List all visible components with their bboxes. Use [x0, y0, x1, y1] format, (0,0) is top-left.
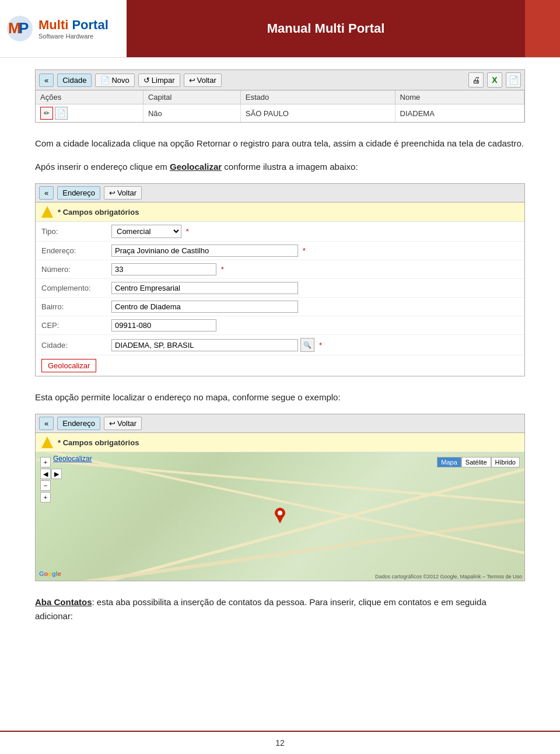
paragraph3: Esta opção permite localizar o endereço … [35, 390, 525, 404]
voltar-btn-label: Voltar [197, 76, 216, 85]
col-nome: Nome [395, 90, 524, 104]
excel-icon: X [492, 75, 497, 85]
cell-estado: SÃO PAULO [240, 104, 395, 123]
back-double-icon3: « [44, 419, 48, 428]
map-type-mapa[interactable]: Mapa [437, 457, 461, 467]
paragraph4-link: Aba Contatos [35, 597, 92, 607]
map-ctrl-4[interactable]: + [40, 492, 51, 502]
map-toolbar: « Endereço ↩ Voltar [36, 414, 524, 433]
value-complemento [111, 282, 519, 294]
endereco-btn-label: Endereço [62, 188, 95, 197]
pan-right-btn[interactable]: ▶ [51, 469, 62, 479]
city-search-btn[interactable]: 🔍 [300, 338, 314, 352]
google-logo: Google [39, 570, 61, 577]
label-numero: Número: [41, 265, 111, 274]
excel-btn[interactable]: X [487, 72, 502, 88]
warning-text2: * Campos obrigatórios [58, 438, 139, 447]
map-type-satelite[interactable]: Satélite [461, 457, 491, 467]
col-estado: Estado [240, 90, 395, 104]
back-double-btn2[interactable]: « [39, 186, 54, 200]
voltar-icon: ↩ [189, 76, 195, 85]
map-marker [274, 507, 286, 526]
table-row: ✏ 📄 Não SÃO PAULO DIADEMA [36, 104, 524, 123]
limpar-icon: ↺ [144, 76, 150, 85]
endereco-btn2[interactable]: Endereço [57, 417, 100, 430]
map-type-hibrido[interactable]: Híbrido [491, 457, 520, 467]
voltar-btn-label2: Voltar [117, 188, 136, 197]
col-capital: Capital [143, 90, 240, 104]
cidade-data-table: Ações Capital Estado Nome ✏ 📄 Não SÃO PA… [36, 90, 524, 122]
input-endereco[interactable] [111, 245, 298, 257]
value-cep [111, 319, 519, 331]
pan-left-btn[interactable]: ◀ [40, 469, 51, 479]
input-numero[interactable] [111, 263, 216, 275]
input-complemento[interactable] [111, 282, 298, 294]
form-row-endereco: Endereço: * [36, 242, 524, 260]
header-accent [525, 0, 560, 57]
novo-btn[interactable]: 📄 Novo [95, 74, 134, 87]
map-controls: + ◀ ▶ − + [40, 457, 62, 502]
input-cep[interactable] [111, 319, 216, 331]
action-icons: ✏ 📄 [40, 107, 138, 120]
value-bairro [111, 301, 519, 313]
novo-btn-label: Novo [111, 76, 129, 85]
req-star-endereco: * [303, 246, 306, 255]
zoom-out-btn[interactable]: − [40, 480, 51, 491]
col-acoes: Ações [36, 90, 143, 104]
label-complemento: Complemento: [41, 284, 111, 292]
novo-icon: 📄 [100, 76, 110, 85]
map-container[interactable]: Geolocalizar + ◀ ▶ − + Mapa Satélite Híb… [36, 452, 524, 581]
page-header: M P Multi Portal Software Hardware Manua… [0, 0, 560, 58]
zoom-in-btn[interactable]: + [40, 457, 51, 467]
warning-icon [41, 206, 53, 218]
svg-point-5 [278, 511, 282, 515]
cidade-table-container: « Cidade 📄 Novo ↺ Limpar ↩ Voltar 🖨 [35, 69, 525, 123]
label-tipo: Tipo: [41, 227, 111, 236]
print-btn[interactable]: 🖨 [468, 72, 484, 88]
pdf-btn[interactable]: 📄 [506, 72, 521, 88]
endereco-panel: « Endereço ↩ Voltar * Campos obrigatório… [35, 183, 525, 376]
select-tipo[interactable]: Comercial [111, 225, 181, 238]
limpar-btn-label: Limpar [152, 76, 175, 85]
input-cidade[interactable] [111, 339, 298, 351]
value-tipo: Comercial * [111, 225, 519, 238]
label-cidade: Cidade: [41, 341, 111, 350]
edit-icon[interactable]: ✏ [40, 107, 53, 120]
paragraph2-pre: Após inserir o endereço clique em [35, 162, 170, 172]
back-double-icon: « [44, 76, 48, 85]
svg-marker-4 [276, 515, 284, 523]
map-type-buttons: Mapa Satélite Híbrido [437, 457, 520, 467]
cell-nome: DIADEMA [395, 104, 524, 123]
input-bairro[interactable] [111, 301, 298, 313]
map-footer: Dados cartográficos ©2012 Google, Mapali… [375, 574, 522, 580]
main-content: « Cidade 📄 Novo ↺ Limpar ↩ Voltar 🖨 [0, 58, 560, 644]
cell-acoes: ✏ 📄 [36, 104, 143, 123]
limpar-btn[interactable]: ↺ Limpar [138, 74, 180, 87]
view-icon[interactable]: 📄 [55, 107, 68, 120]
cidade-btn[interactable]: Cidade [57, 74, 92, 87]
paragraph2: Após inserir o endereço clique em Geoloc… [35, 160, 525, 174]
back-double-btn[interactable]: « [39, 74, 54, 87]
header-title-area: Manual Multi Portal [127, 0, 525, 57]
back-double-btn3[interactable]: « [39, 417, 54, 430]
table-header-row: Ações Capital Estado Nome [36, 90, 524, 104]
paragraph2-link: Geolocalizar [170, 162, 222, 172]
header-title: Manual Multi Portal [267, 21, 385, 36]
print-icon: 🖨 [472, 75, 480, 85]
city-input-row: 🔍 * [111, 338, 519, 352]
label-endereco: Endereço: [41, 246, 111, 255]
logo-area: M P Multi Portal Software Hardware [0, 15, 127, 43]
req-star-cidade: * [319, 341, 322, 350]
page-number: 12 [275, 738, 285, 748]
voltar-btn2[interactable]: ↩ Voltar [104, 186, 142, 200]
label-cep: CEP: [41, 321, 111, 330]
geolocalize-button[interactable]: Geolocalizar [41, 359, 96, 372]
endereco-btn[interactable]: Endereço [57, 186, 100, 200]
voltar-btn3[interactable]: ↩ Voltar [104, 417, 142, 430]
cidade-btn-label: Cidade [62, 76, 86, 85]
voltar-btn[interactable]: ↩ Voltar [184, 74, 222, 87]
endereco-btn-label2: Endereço [62, 419, 95, 428]
voltar-btn-label3: Voltar [117, 419, 136, 428]
warning-text: * Campos obrigatórios [58, 208, 139, 217]
voltar-icon2: ↩ [109, 188, 116, 197]
